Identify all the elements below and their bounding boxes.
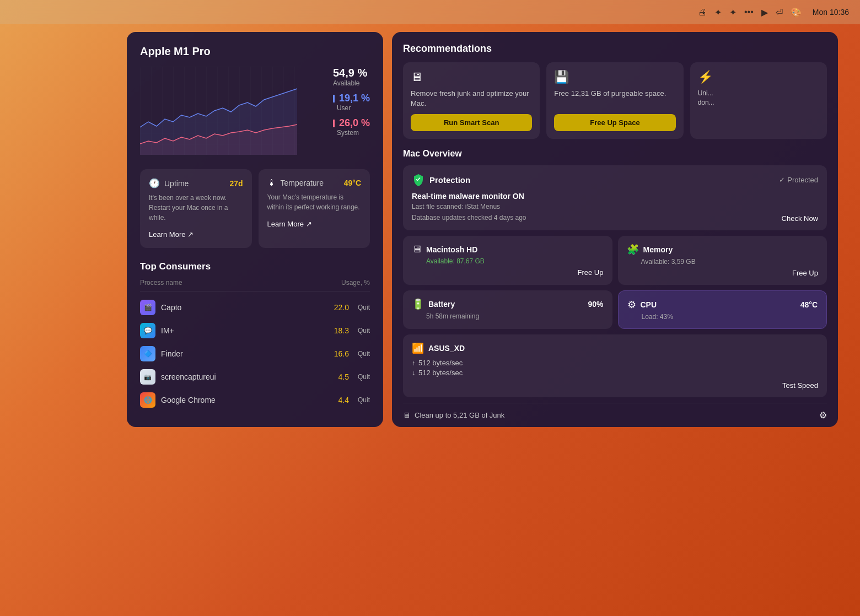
battery-pct: 90%	[588, 300, 603, 309]
rec-card-0: 🖥 Remove fresh junk and optimize your Ma…	[403, 62, 540, 139]
consumer-row-2: 🔷 Finder 16.6 Quit	[140, 342, 370, 365]
battery-remaining: 5h 58m remaining	[412, 312, 604, 320]
rec-card-1: 💾 Free 12,31 GB of purgeable space. Free…	[546, 62, 683, 139]
app-usage-chrome: 4.4	[327, 396, 349, 404]
app-usage-screen: 4.5	[327, 372, 349, 381]
uptime-desc: It's been over a week now. Restart your …	[149, 193, 243, 223]
protection-header: Protection ✓ Protected	[412, 173, 818, 186]
memory-free-up-btn[interactable]: Free Up	[627, 269, 819, 277]
hd-available: Available: 87,67 GB	[412, 257, 604, 265]
protected-text: Protected	[787, 176, 818, 184]
protection-db-update: Database updates checked 4 days ago	[412, 214, 526, 221]
uptime-value: 27d	[229, 179, 243, 188]
temp-learn-more[interactable]: Learn More	[267, 220, 312, 228]
recommendations-title: Recommendations	[403, 43, 827, 55]
consumer-row-1: 💬 IM+ 18.3 Quit	[140, 319, 370, 342]
mac-overview-title: Mac Overview	[403, 149, 827, 159]
cpu-chart	[140, 67, 300, 155]
quit-screen[interactable]: Quit	[354, 373, 370, 381]
battery-card: 🔋 Battery 90% 5h 58m remaining	[403, 290, 612, 329]
rec-text-0: Remove fresh junk and optimize your Mac.	[411, 89, 532, 109]
protection-card: Protection ✓ Protected Real-time malware…	[403, 165, 827, 230]
network-title: ASUS_XD	[428, 344, 465, 353]
main-container: Apple M1 Pro 54,	[127, 32, 838, 427]
cpu-load: Load: 43%	[627, 313, 818, 321]
menu-icon-3[interactable]: ✦	[729, 7, 737, 18]
rec-icon-0: 🖥	[411, 70, 532, 84]
memory-card: 🧩 Memory Available: 3,59 GB Free Up	[618, 236, 827, 285]
left-panel-title: Apple M1 Pro	[140, 45, 370, 58]
menubar-time: Mon 10:36	[813, 8, 849, 17]
test-speed-btn[interactable]: Test Speed	[412, 381, 818, 390]
footer-content: 🖥 Clean up to 5,21 GB of Junk	[403, 411, 504, 419]
footer-icon: 🖥	[403, 411, 410, 419]
rec-icon-1: 💾	[554, 70, 675, 84]
cpu-title: CPU	[641, 300, 796, 309]
app-name-chrome: Google Chrome	[161, 396, 321, 404]
info-cards: 🕐 Uptime 27d It's been over a week now. …	[140, 169, 370, 248]
app-icon-chrome: 🌐	[140, 392, 155, 408]
app-icon-finder: 🔷	[140, 346, 155, 361]
menu-icon-1[interactable]: 🖨	[698, 7, 707, 17]
app-name-im: IM+	[161, 326, 321, 335]
user-label: User	[333, 104, 370, 112]
protection-footer: Database updates checked 4 days ago Chec…	[412, 214, 818, 223]
temp-value: 49°C	[344, 179, 361, 187]
consumer-row-4: 🌐 Google Chrome 4.4 Quit	[140, 388, 370, 412]
battery-cpu-grid: 🔋 Battery 90% 5h 58m remaining ⚙ CPU 48°…	[403, 290, 827, 329]
uptime-card: 🕐 Uptime 27d It's been over a week now. …	[140, 169, 252, 248]
menu-icon-2[interactable]: ✦	[714, 7, 722, 18]
chart-area: 54,9 % Available 19,1 % User 26,0 % Syst…	[140, 67, 370, 160]
protection-title: Protection	[429, 175, 470, 185]
temperature-card: 🌡 Temperature 49°C Your Mac's temperatur…	[259, 169, 370, 248]
col-process: Process name	[140, 279, 182, 287]
free-up-space-btn[interactable]: Free Up Space	[554, 114, 675, 131]
protected-badge: ✓ Protected	[779, 176, 818, 184]
upload-speed: ↑ 512 bytes/sec	[412, 359, 818, 367]
bottom-bar: 🖥 Clean up to 5,21 GB of Junk ⚙	[403, 403, 827, 427]
rec-cards: 🖥 Remove fresh junk and optimize your Ma…	[403, 62, 827, 139]
protection-realtime: Real-time malware monitor ON	[412, 192, 818, 201]
run-smart-scan-btn[interactable]: Run Smart Scan	[411, 114, 532, 131]
quit-capto[interactable]: Quit	[354, 304, 370, 311]
menu-icon-dots[interactable]: •••	[744, 7, 754, 17]
check-now-btn[interactable]: Check Now	[782, 214, 818, 223]
temp-title: Temperature	[281, 179, 340, 187]
consumer-row-0: 🎬 Capto 22.0 Quit	[140, 296, 370, 319]
app-icon-screen: 📷	[140, 369, 155, 385]
thermometer-icon: 🌡	[267, 178, 276, 188]
clock-icon: 🕐	[149, 178, 160, 188]
quit-finder[interactable]: Quit	[354, 350, 370, 358]
download-arrow: ↓	[412, 369, 415, 377]
menu-icon-play[interactable]: ▶	[761, 7, 768, 18]
user-pct: 19,1 %	[339, 93, 370, 104]
available-label: Available	[333, 79, 370, 87]
protection-last-scan: Last file scanned: iStat Menus	[412, 203, 818, 210]
battery-icon: 🔋	[412, 298, 424, 310]
cpu-icon: ⚙	[627, 299, 636, 311]
cpu-temp: 48°C	[800, 300, 818, 309]
app-usage-capto: 22.0	[327, 303, 349, 312]
menu-icon-5[interactable]: ⏎	[776, 7, 783, 18]
uptime-learn-more[interactable]: Learn More	[149, 230, 194, 239]
upload-arrow: ↑	[412, 359, 415, 367]
settings-gear-icon[interactable]: ⚙	[819, 410, 827, 420]
quit-im[interactable]: Quit	[354, 327, 370, 334]
top-consumers-title: Top Consumers	[140, 261, 370, 272]
menubar: 🖨 ✦ ✦ ••• ▶ ⏎ 🎨 Mon 10:36	[0, 0, 860, 24]
rec-card-2: ⚡ Uni...don...	[690, 62, 827, 139]
wifi-icon: 📶	[412, 342, 424, 354]
hd-icon: 🖥	[412, 244, 422, 255]
system-label: System	[333, 129, 370, 137]
menu-icon-6[interactable]: 🎨	[791, 7, 802, 18]
app-name-capto: Capto	[161, 303, 321, 312]
network-card: 📶 ASUS_XD ↑ 512 bytes/sec ↓ 512 bytes/se…	[403, 334, 827, 397]
quit-chrome[interactable]: Quit	[354, 396, 370, 404]
hd-free-up-btn[interactable]: Free Up	[412, 268, 604, 277]
app-name-screen: screencaptureui	[161, 372, 321, 381]
left-panel: Apple M1 Pro 54,	[127, 32, 383, 427]
app-icon-capto: 🎬	[140, 300, 155, 315]
right-panel: Recommendations 🖥 Remove fresh junk and …	[392, 32, 838, 427]
uptime-title: Uptime	[164, 179, 225, 188]
footer-text: Clean up to 5,21 GB of Junk	[415, 411, 504, 419]
